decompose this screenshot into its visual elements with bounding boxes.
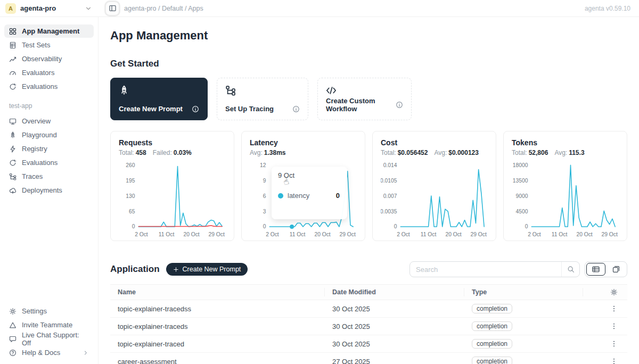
column-header-type[interactable]: Type (464, 288, 583, 296)
svg-text:65: 65 (129, 209, 135, 214)
sidebar-item-observability[interactable]: Observability (4, 52, 94, 65)
cloud-icon (9, 187, 17, 194)
sidebar-item-evaluations[interactable]: Evaluations (4, 80, 94, 93)
create-new-prompt-button[interactable]: Create New Prompt (166, 263, 248, 276)
tooltip-value: 0 (336, 192, 341, 200)
info-circle-icon[interactable] (396, 101, 403, 109)
sidebar-item-traces[interactable]: Traces (4, 170, 94, 183)
svg-text:9: 9 (263, 178, 266, 184)
svg-text:0.007: 0.007 (383, 193, 397, 199)
date-modified: 30 Oct 2025 (325, 322, 464, 330)
cost-chart[interactable]: 00.00350.0070.01050.0142 Oct11 Oct20 Oct… (381, 161, 488, 239)
create-custom-workflow-card[interactable]: Create Custom Workflow (317, 78, 412, 120)
sidebar-item-help-docs[interactable]: Help & Docs (4, 346, 94, 359)
application-title: Application (110, 264, 160, 275)
svg-text:29 Oct: 29 Oct (601, 231, 617, 237)
svg-text:11 Oct: 11 Oct (290, 231, 306, 237)
cost-chart-card: Cost Total:$0.056452Avg:$0.000123 00.003… (372, 131, 496, 241)
page-title: App Management (110, 29, 627, 43)
bolt-icon (9, 145, 17, 153)
question-circle-icon (9, 349, 17, 357)
table-view-button[interactable] (586, 263, 605, 276)
svg-text:20 Oct: 20 Oct (445, 231, 461, 237)
table-row[interactable]: topic-explainer-traceds 30 Oct 2025 comp… (110, 318, 627, 335)
svg-text:20 Oct: 20 Oct (183, 231, 199, 237)
sidebar-item-settings[interactable]: Settings (4, 304, 94, 318)
sidebar-item-app-management[interactable]: App Management (4, 24, 94, 38)
sidebar-item-label: Overview (22, 117, 51, 125)
svg-text:0: 0 (132, 224, 135, 229)
svg-text:2 Oct: 2 Oct (528, 231, 541, 237)
search-box (409, 261, 580, 277)
svg-text:20 Oct: 20 Oct (576, 231, 592, 237)
svg-text:0: 0 (525, 224, 528, 229)
svg-text:2 Oct: 2 Oct (135, 231, 148, 237)
sidebar-item-evaluators[interactable]: Evaluators (4, 66, 94, 79)
card-label: Create New Prompt (119, 105, 183, 113)
sidebar-collapse-button[interactable] (106, 2, 119, 15)
svg-text:0: 0 (394, 224, 397, 229)
app-name: topic-explainer-tracedss (110, 305, 325, 313)
svg-text:2 Oct: 2 Oct (266, 231, 279, 237)
sidebar-item-label: Invite Teammate (22, 321, 72, 329)
app-name: topic-explainer-traced (110, 340, 325, 348)
table-settings-gear-icon[interactable] (608, 286, 620, 298)
workspace-switcher[interactable]: A agenta-pro (0, 3, 99, 14)
date-modified: 27 Oct 2025 (325, 358, 464, 364)
create-new-prompt-card[interactable]: Create New Prompt (110, 78, 208, 120)
requests-chart[interactable]: 0651301952602 Oct11 Oct20 Oct29 Oct (119, 161, 226, 239)
tokens-chart-card: Tokens Total:52,806Avg:115.3 04500900013… (503, 131, 627, 241)
sidebar: App Management Test Sets Observability E… (0, 17, 99, 364)
create-button-label: Create New Prompt (183, 266, 241, 273)
workspace-avatar: A (5, 3, 16, 14)
chart-title: Requests (119, 138, 226, 147)
code-icon (326, 85, 337, 96)
sidebar-item-invite-teammate[interactable]: Invite Teammate (4, 318, 94, 332)
version-label: agenta v0.59.10 (585, 5, 639, 12)
sidebar-item-test-sets[interactable]: Test Sets (4, 38, 94, 52)
svg-text:9000: 9000 (516, 193, 528, 199)
kebab-menu-icon[interactable] (608, 338, 620, 350)
sidebar-item-deployments[interactable]: Deployments (4, 184, 94, 197)
chat-bubble-icon (9, 335, 17, 343)
plus-icon (173, 267, 179, 272)
info-circle-icon[interactable] (292, 105, 300, 113)
tokens-chart[interactable]: 04500900013500180002 Oct11 Oct20 Oct29 O… (512, 161, 619, 239)
sidebar-item-overview[interactable]: Overview (4, 114, 94, 128)
topbar: A agenta-pro agenta-pro / Default / Apps… (0, 0, 639, 17)
chart-title: Latency (250, 138, 357, 147)
table-row[interactable]: topic-explainer-tracedss 30 Oct 2025 com… (110, 300, 627, 318)
card-view-icon (612, 266, 620, 273)
column-header-name[interactable]: Name (110, 288, 325, 296)
search-icon[interactable] (561, 262, 579, 277)
sidebar-item-registry[interactable]: Registry (4, 142, 94, 155)
kebab-menu-icon[interactable] (608, 303, 620, 315)
kebab-menu-icon[interactable] (608, 355, 620, 364)
svg-text:18000: 18000 (513, 162, 528, 168)
card-view-button[interactable] (607, 263, 626, 276)
breadcrumb[interactable]: agenta-pro / Default / Apps (124, 5, 203, 12)
kebab-menu-icon[interactable] (608, 320, 620, 332)
table-row[interactable]: topic-explainer-traced 30 Oct 2025 compl… (110, 335, 627, 353)
line-chart-icon (9, 55, 17, 63)
type-badge: completion (472, 339, 512, 349)
triangle-icon (9, 321, 17, 329)
date-modified: 30 Oct 2025 (325, 305, 464, 313)
svg-text:20 Oct: 20 Oct (314, 231, 330, 237)
svg-text:11 Oct: 11 Oct (421, 231, 437, 237)
search-input[interactable] (410, 266, 561, 274)
sidebar-item-app-evaluations[interactable]: Evaluations (4, 156, 94, 169)
gauge-icon (9, 69, 17, 77)
chart-svg: 0651301952602 Oct11 Oct20 Oct29 Oct (119, 161, 226, 239)
chart-title: Cost (381, 138, 488, 147)
info-circle-icon[interactable] (192, 105, 199, 113)
card-label: Create Custom Workflow (326, 97, 396, 113)
set-up-tracing-card[interactable]: Set Up Tracing (217, 78, 308, 120)
chart-stats: Total:$0.056452Avg:$0.000123 (381, 149, 488, 156)
table-row[interactable]: career-assessment 27 Oct 2025 completion (110, 353, 627, 364)
sidebar-item-live-chat-support[interactable]: Live Chat Support: Off (4, 332, 94, 345)
chevron-right-icon (83, 350, 89, 356)
column-header-date-modified[interactable]: Date Modified (325, 288, 464, 296)
sidebar-item-playground[interactable]: Playground (4, 128, 94, 142)
rocket-icon (119, 85, 129, 96)
